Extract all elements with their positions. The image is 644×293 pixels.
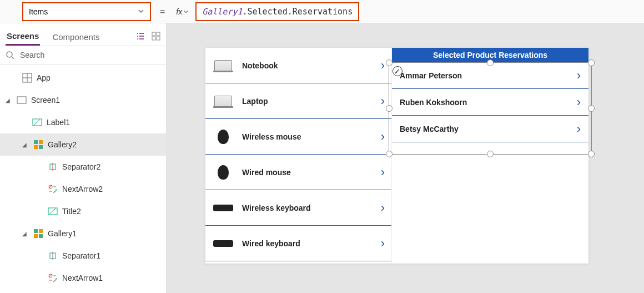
product-thumb [212, 58, 234, 73]
caret-icon: ◢ [22, 231, 29, 237]
gallery1[interactable]: Notebook › Laptop › Wireless mouse › Wir… [205, 48, 392, 264]
gallery-icon [32, 227, 44, 240]
svg-rect-8 [34, 140, 38, 144]
product-label: Wired mouse [242, 168, 373, 177]
svg-rect-1 [157, 32, 160, 36]
gallery2-header: Selected Product Reservations [392, 48, 588, 62]
gallery2-item[interactable]: Ammar Peterson › [392, 62, 588, 89]
grid-view-icon[interactable] [152, 32, 160, 42]
gallery1-item[interactable]: Wired keyboard › [205, 226, 391, 261]
gallery2-item[interactable]: Ruben Kokshoorn › [392, 89, 588, 116]
list-view-icon[interactable] [136, 32, 145, 42]
tree-item-nextarrow1[interactable]: NextArrow1 [0, 267, 166, 289]
product-label: Laptop [242, 97, 373, 106]
svg-rect-2 [152, 37, 155, 40]
gallery1-item[interactable]: Laptop › [205, 83, 391, 119]
svg-point-4 [7, 52, 12, 57]
gallery2-item[interactable]: Betsy McCarthy › [392, 116, 588, 142]
app-icon [21, 72, 33, 84]
gallery1-item[interactable]: Wired mouse › [205, 155, 391, 190]
tree-item-nextarrow2[interactable]: NextArrow2 [0, 178, 166, 200]
svg-rect-10 [34, 145, 38, 149]
svg-point-22 [54, 280, 56, 281]
svg-rect-9 [39, 140, 43, 144]
svg-rect-6 [17, 97, 26, 103]
tree-panel: Screens Components Search App [0, 23, 167, 293]
chevron-right-icon[interactable]: › [577, 68, 581, 83]
screen-icon [16, 94, 28, 106]
gallery1-item[interactable]: Wireless keyboard › [205, 190, 391, 226]
tree-item-app[interactable]: App [0, 67, 166, 89]
equals-sign: = [160, 7, 165, 17]
svg-rect-3 [157, 37, 160, 40]
chevron-down-icon [138, 7, 144, 16]
product-thumb [212, 200, 234, 216]
formula-bar: Items = fx Gallery1.Selected.Reservation… [0, 0, 644, 23]
resize-handle[interactable] [588, 105, 595, 112]
chevron-right-icon[interactable]: › [381, 130, 385, 144]
canvas-area[interactable]: Notebook › Laptop › Wireless mouse › Wir… [167, 23, 644, 293]
chevron-right-icon[interactable]: › [381, 201, 385, 215]
property-name: Items [29, 7, 48, 16]
chevron-down-icon [183, 9, 189, 14]
separator-icon [47, 250, 59, 262]
gallery1-item[interactable]: Wireless mouse › [205, 119, 391, 155]
product-label: Notebook [242, 61, 373, 70]
product-thumb [212, 236, 234, 251]
svg-rect-18 [34, 234, 38, 238]
reservation-label: Ruben Kokshoorn [400, 98, 570, 107]
reservation-label: Betsy McCarthy [400, 125, 570, 133]
svg-rect-16 [34, 229, 38, 233]
tree-item-separator1[interactable]: Separator1 [0, 245, 166, 267]
app-canvas: Notebook › Laptop › Wireless mouse › Wir… [205, 48, 588, 264]
chevron-right-icon[interactable]: › [577, 95, 581, 110]
search-placeholder: Search [20, 51, 44, 59]
chevron-right-icon[interactable]: › [381, 94, 385, 108]
svg-rect-19 [39, 234, 43, 238]
tree-item-gallery1[interactable]: ◢ Gallery1 [0, 222, 166, 245]
tree-body: App ◢ Screen1 Label1 ◢ Galle [0, 64, 166, 293]
formula-input[interactable]: Gallery1.Selected.Reservations [195, 2, 638, 21]
tree-tabs: Screens Components [0, 23, 166, 46]
fx-label[interactable]: fx [174, 7, 191, 16]
product-thumb [212, 165, 234, 180]
product-label: Wireless mouse [242, 132, 373, 141]
tab-components[interactable]: Components [51, 29, 100, 45]
tree-item-gallery2[interactable]: ◢ Gallery2 [0, 133, 166, 156]
caret-icon: ◢ [22, 142, 29, 148]
product-label: Wired keyboard [242, 239, 373, 248]
chevron-right-icon[interactable]: › [381, 58, 385, 73]
gallery1-item[interactable]: Notebook › [205, 48, 391, 83]
gallery2-wrap: Selected Product Reservations Ammar Pete… [392, 48, 588, 264]
caret-icon: ◢ [6, 97, 12, 103]
tree-item-separator2[interactable]: Separator2 [0, 156, 166, 178]
svg-point-14 [54, 191, 56, 192]
resize-handle[interactable] [588, 59, 595, 66]
chevron-right-icon[interactable]: › [577, 122, 581, 136]
formula-rest: .Selected.Reservations [242, 7, 353, 17]
chevron-right-icon[interactable]: › [381, 236, 385, 251]
gallery2[interactable]: Ammar Peterson › Ruben Kokshoorn › Betsy… [392, 62, 588, 142]
chevron-right-icon[interactable]: › [381, 165, 385, 180]
tree-item-label1[interactable]: Label1 [0, 111, 166, 133]
gallery-icon [32, 138, 44, 151]
product-thumb [212, 129, 234, 145]
svg-rect-17 [39, 229, 43, 233]
tree-item-title2[interactable]: Title2 [0, 200, 166, 222]
resize-handle[interactable] [588, 151, 595, 157]
label-icon [31, 116, 43, 128]
tab-screens[interactable]: Screens [6, 28, 40, 46]
separator-icon [47, 161, 59, 173]
tree-search[interactable]: Search [0, 46, 166, 64]
reservation-label: Ammar Peterson [400, 71, 570, 80]
svg-rect-0 [152, 32, 155, 36]
label-icon [47, 205, 59, 217]
product-thumb [212, 93, 234, 109]
search-icon [6, 51, 14, 59]
tree-item-screen1[interactable]: ◢ Screen1 [0, 89, 166, 111]
nextarrow-icon [47, 272, 59, 284]
svg-rect-11 [39, 145, 43, 149]
resize-handle[interactable] [487, 151, 494, 157]
formula-identifier: Gallery1 [202, 7, 242, 17]
property-selector[interactable]: Items [22, 2, 151, 21]
